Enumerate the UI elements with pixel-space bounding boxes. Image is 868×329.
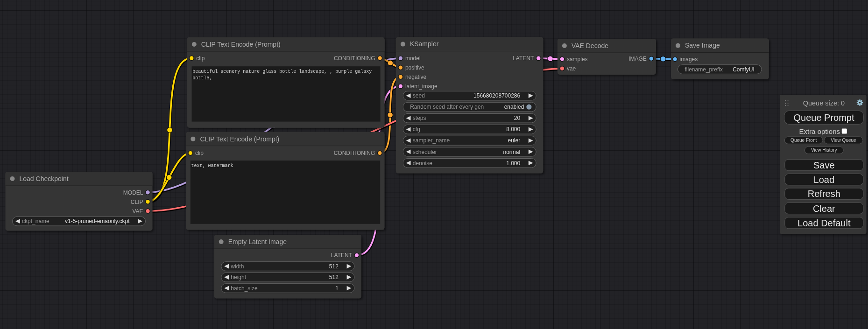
svg-text:1: 1 (335, 285, 339, 292)
svg-text:beautiful scenery nature glass: beautiful scenery nature glass bottle la… (192, 69, 372, 74)
svg-text:samples: samples (567, 56, 588, 63)
svg-text:LATENT: LATENT (331, 252, 353, 259)
svg-text:images: images (680, 56, 698, 63)
svg-text:batch_size: batch_size (231, 285, 258, 292)
svg-text:positive: positive (405, 64, 424, 71)
svg-text:Refresh: Refresh (808, 189, 840, 199)
svg-text:LATENT: LATENT (513, 55, 534, 62)
svg-text:ComfyUI: ComfyUI (733, 66, 755, 73)
svg-text:width: width (230, 263, 244, 270)
svg-text:text, watermark: text, watermark (191, 163, 233, 168)
svg-text:vae: vae (567, 65, 576, 72)
svg-text:cfg: cfg (413, 126, 420, 133)
svg-text:denoise: denoise (413, 160, 432, 167)
svg-text:Save Image: Save Image (685, 42, 720, 49)
svg-text:filename_prefix: filename_prefix (685, 66, 723, 73)
svg-text:clip: clip (195, 150, 204, 156)
svg-text:scheduler: scheduler (413, 149, 437, 155)
svg-text:Queue size: 0: Queue size: 0 (803, 99, 845, 107)
svg-text:clip: clip (196, 55, 205, 62)
svg-text:Queue Front: Queue Front (790, 138, 817, 143)
svg-text:Save: Save (813, 160, 835, 170)
svg-text:CONDITIONING: CONDITIONING (334, 55, 375, 62)
svg-text:v1-5-pruned-emaonly.ckpt: v1-5-pruned-emaonly.ckpt (65, 218, 130, 224)
svg-text:Empty Latent Image: Empty Latent Image (228, 238, 287, 245)
svg-text:MODEL: MODEL (123, 189, 143, 196)
svg-text:enabled: enabled (504, 104, 524, 110)
svg-text:VAE Decode: VAE Decode (572, 42, 608, 49)
svg-text:CLIP Text Encode (Prompt): CLIP Text Encode (Prompt) (200, 135, 279, 143)
svg-text:bottle,: bottle, (192, 76, 212, 81)
svg-text:Load Default: Load Default (797, 218, 851, 228)
svg-text:CLIP Text Encode (Prompt): CLIP Text Encode (Prompt) (201, 41, 281, 48)
svg-text:steps: steps (413, 115, 426, 121)
svg-text:512: 512 (329, 263, 339, 270)
svg-text:euler: euler (508, 137, 521, 144)
svg-text:156680208700286: 156680208700286 (473, 92, 520, 99)
svg-text:Queue Prompt: Queue Prompt (793, 112, 854, 123)
svg-text:CONDITIONING: CONDITIONING (334, 150, 375, 156)
svg-text:Load Checkpoint: Load Checkpoint (20, 175, 69, 182)
svg-text:VAE: VAE (132, 208, 143, 215)
svg-text:KSampler: KSampler (410, 40, 439, 48)
svg-text:negative: negative (405, 74, 427, 80)
svg-text:8.000: 8.000 (506, 126, 520, 133)
svg-text:height: height (231, 274, 246, 280)
svg-text:Random seed after every gen: Random seed after every gen (410, 104, 484, 110)
svg-text:ckpt_name: ckpt_name (22, 218, 49, 224)
svg-text:View History: View History (811, 147, 837, 153)
svg-text:Extra options: Extra options (799, 127, 840, 135)
svg-text:View Queue: View Queue (831, 138, 856, 143)
svg-text:sampler_name: sampler_name (413, 137, 450, 144)
svg-text:latent_image: latent_image (405, 83, 438, 90)
svg-text:CLIP: CLIP (131, 199, 143, 205)
svg-text:20: 20 (514, 115, 521, 121)
svg-text:seed: seed (413, 92, 425, 99)
svg-text:Load: Load (814, 175, 835, 185)
svg-text:512: 512 (329, 274, 339, 280)
svg-text:1.000: 1.000 (506, 160, 520, 167)
svg-text:IMAGE: IMAGE (628, 56, 647, 62)
svg-text:normal: normal (503, 149, 521, 155)
svg-text:Clear: Clear (813, 203, 835, 214)
svg-text:model: model (405, 55, 421, 62)
